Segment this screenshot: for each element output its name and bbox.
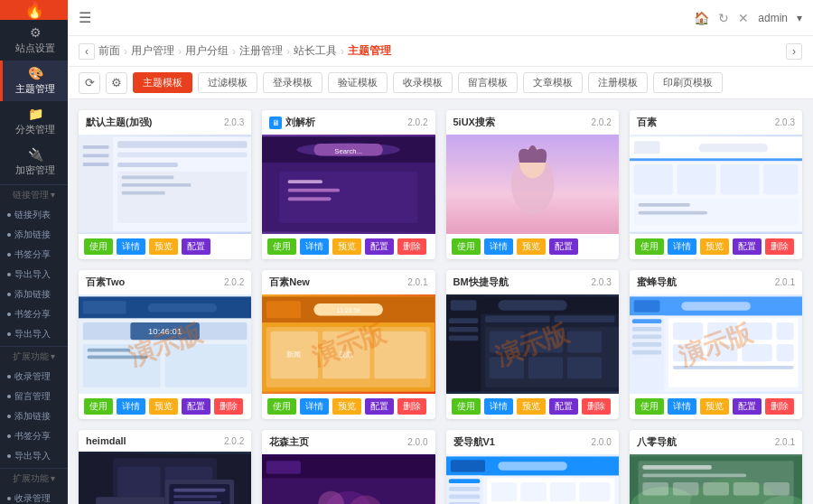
sidebar-label: 分类管理: [15, 124, 55, 135]
svg-rect-93: [742, 344, 771, 361]
preview-svg: [630, 454, 802, 504]
sidebar-item-chain-list[interactable]: 链接列表: [0, 205, 68, 225]
use-button[interactable]: 使用: [84, 398, 113, 415]
config-button[interactable]: 配置: [549, 238, 578, 255]
delete-button[interactable]: 删除: [582, 398, 611, 415]
svg-rect-70: [489, 331, 523, 353]
tab-filter-panel[interactable]: 过滤模板: [198, 72, 257, 93]
detail-button[interactable]: 详情: [117, 238, 145, 255]
sidebar-item-export3[interactable]: 导出导入: [0, 446, 68, 466]
tab-page-template[interactable]: 印刷页模板: [653, 72, 723, 93]
sidebar-item-category[interactable]: 📁 分类管理: [0, 101, 68, 142]
svg-rect-90: [776, 322, 793, 340]
preview-button[interactable]: 预览: [517, 238, 546, 255]
use-button[interactable]: 使用: [635, 398, 664, 415]
breadcrumb-item-webmaster[interactable]: 站长工具: [294, 43, 337, 59]
sidebar-item-tag-share3[interactable]: 书签分享: [0, 426, 68, 446]
menu-toggle-icon[interactable]: ☰: [79, 9, 91, 26]
card-title-area: 🖥 刘解析: [269, 116, 315, 129]
theme-preview: [630, 135, 802, 234]
card-header: 5iUX搜索 2.0.2: [446, 110, 619, 135]
preview-button[interactable]: 预览: [700, 398, 729, 415]
config-button[interactable]: 配置: [365, 398, 394, 415]
svg-rect-150: [703, 482, 729, 495]
sidebar-item-ad[interactable]: 留言管理: [0, 387, 68, 406]
sidebar-item-add-chain3[interactable]: 添加链接: [0, 406, 68, 426]
use-button[interactable]: 使用: [635, 238, 664, 255]
sidebar-item-add-chain[interactable]: 添加链接: [0, 225, 68, 245]
delete-button[interactable]: 删除: [397, 238, 426, 255]
tab-verify-template[interactable]: 验证模板: [328, 72, 388, 93]
svg-rect-28: [630, 158, 802, 161]
delete-button[interactable]: 删除: [765, 398, 794, 415]
bullet-icon: [7, 253, 11, 257]
use-button[interactable]: 使用: [267, 238, 296, 255]
sidebar-item-export[interactable]: 导出导入: [0, 265, 68, 285]
preview-svg: [262, 454, 435, 504]
preview-button[interactable]: 预览: [332, 398, 361, 415]
breadcrumb-item-reg-mgmt[interactable]: 注册管理: [239, 43, 283, 59]
tab-text-template[interactable]: 文章模板: [523, 72, 583, 93]
sidebar-item-export2[interactable]: 导出导入: [0, 324, 68, 344]
home-icon[interactable]: 🏠: [694, 11, 709, 25]
detail-button[interactable]: 详情: [668, 238, 696, 255]
detail-button[interactable]: 详情: [300, 238, 329, 255]
tab-settings-btn[interactable]: ⚙: [106, 72, 127, 94]
close-icon[interactable]: ✕: [738, 11, 749, 25]
breadcrumb-prev-btn[interactable]: ‹: [79, 43, 95, 60]
breadcrumb-item-user-mgmt[interactable]: 用户管理: [131, 43, 174, 59]
tab-theme-templates[interactable]: 主题模板: [133, 72, 192, 93]
detail-button[interactable]: 详情: [300, 398, 329, 415]
config-button[interactable]: 配置: [733, 398, 762, 415]
tab-refresh-btn[interactable]: ⟳: [79, 72, 100, 94]
svg-rect-43: [88, 349, 131, 352]
delete-button[interactable]: 删除: [765, 238, 794, 255]
breadcrumb-item-theme[interactable]: 主题管理: [348, 43, 391, 59]
tab-note-template[interactable]: 注册模板: [588, 72, 648, 93]
sidebar-item-collect[interactable]: 收录管理: [0, 367, 68, 387]
svg-rect-26: [634, 141, 660, 154]
delete-button[interactable]: 删除: [214, 398, 243, 415]
preview-svg: Search...: [262, 135, 435, 234]
preview-button[interactable]: 预览: [149, 398, 178, 415]
tab-message-template[interactable]: 留言模板: [458, 72, 518, 93]
config-button[interactable]: 配置: [733, 238, 762, 255]
config-button[interactable]: 配置: [182, 398, 210, 415]
theme-name: 蜜蜂导航: [637, 275, 677, 289]
sidebar-label: 站点设置: [15, 42, 55, 53]
sidebar-item-collect2[interactable]: 收录管理: [0, 489, 68, 504]
preview-image: [630, 454, 802, 504]
detail-button[interactable]: 详情: [484, 238, 513, 255]
tab-collect-template[interactable]: 收录模板: [393, 72, 453, 93]
detail-button[interactable]: 详情: [484, 398, 513, 415]
use-button[interactable]: 使用: [84, 238, 113, 255]
breadcrumb-item-user-group[interactable]: 用户分组: [185, 43, 229, 59]
svg-rect-105: [173, 495, 217, 498]
preview-button[interactable]: 预览: [700, 238, 729, 255]
breadcrumb-next-btn[interactable]: ›: [786, 43, 802, 60]
config-button[interactable]: 配置: [549, 398, 578, 415]
sidebar-item-tag-share[interactable]: 书签分享: [0, 245, 68, 265]
detail-button[interactable]: 详情: [117, 398, 145, 415]
preview-button[interactable]: 预览: [517, 398, 546, 415]
use-button[interactable]: 使用: [452, 398, 481, 415]
delete-button[interactable]: 删除: [397, 398, 426, 415]
preview-button[interactable]: 预览: [149, 238, 178, 255]
refresh-icon[interactable]: ↻: [718, 11, 729, 25]
theme-preview: [446, 454, 619, 504]
sidebar-item-site-settings[interactable]: ⚙ 站点设置: [0, 20, 68, 61]
sidebar-item-tag-share2[interactable]: 书签分享: [0, 304, 68, 324]
svg-rect-27: [698, 144, 768, 153]
breadcrumb-item-home[interactable]: 前面: [98, 43, 120, 59]
config-button[interactable]: 配置: [365, 238, 394, 255]
sidebar-item-theme-management[interactable]: 🎨 主题管理: [0, 61, 68, 101]
detail-button[interactable]: 详情: [668, 398, 696, 415]
sidebar-item-add-chain2[interactable]: 添加链接: [0, 285, 68, 304]
use-button[interactable]: 使用: [267, 398, 296, 415]
config-button[interactable]: 配置: [182, 238, 210, 255]
chevron-down-icon[interactable]: ▾: [797, 12, 802, 24]
preview-button[interactable]: 预览: [332, 238, 361, 255]
tab-login-template[interactable]: 登录模板: [263, 72, 322, 93]
sidebar-item-addon[interactable]: 🔌 加密管理: [0, 142, 68, 182]
use-button[interactable]: 使用: [452, 238, 481, 255]
